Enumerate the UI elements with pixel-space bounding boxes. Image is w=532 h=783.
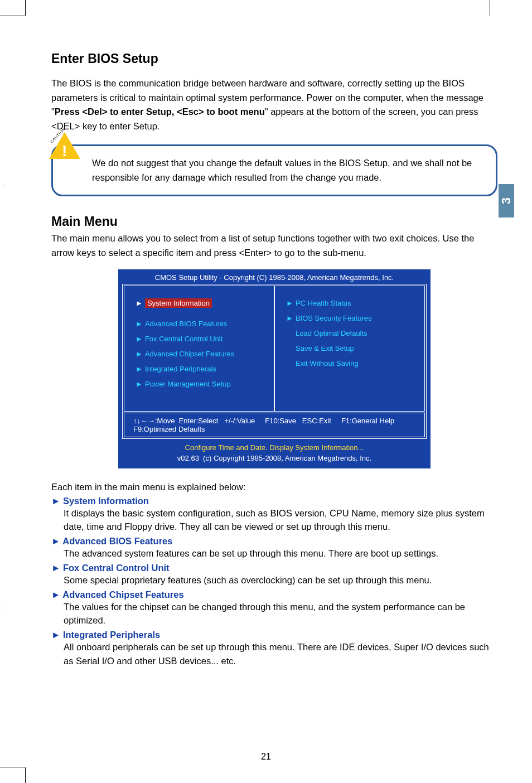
bios-menu-item: ►PC Health Status bbox=[284, 298, 415, 308]
bios-key-hints: ↑↓←→:Move Enter:Select +/-/:Value F9:Opt… bbox=[122, 413, 427, 439]
explain-body: All onboard peripherals can be set up th… bbox=[51, 640, 497, 668]
explain-item: ► Fox Central Control UnitSome special p… bbox=[51, 563, 497, 587]
bios-footer-hint: Configure Time and Date. Display System … bbox=[120, 439, 429, 453]
chapter-tab: 3 bbox=[499, 184, 514, 218]
section-title-main-menu: Main Menu bbox=[51, 214, 497, 229]
explain-item: ► Advanced BIOS FeaturesThe advanced sys… bbox=[51, 536, 497, 560]
stray-quote: " bbox=[2, 606, 5, 615]
bios-header: CMOS Setup Utility - Copyright (C) 1985-… bbox=[120, 271, 429, 284]
explain-header: ► Advanced Chipset Features bbox=[51, 589, 497, 600]
bios-screenshot: CMOS Setup Utility - Copyright (C) 1985-… bbox=[118, 269, 431, 468]
bios-menu-item: ►Advanced Chipset Features bbox=[133, 349, 265, 359]
explain-item: ► Advanced Chipset FeaturesThe values fo… bbox=[51, 589, 497, 628]
intro-paragraph: The BIOS is the communication bridge bet… bbox=[51, 76, 497, 133]
page-number: 21 bbox=[0, 752, 532, 762]
bios-menu-item: ►Fox Central Control Unit bbox=[133, 334, 265, 344]
stray-quote: " bbox=[2, 183, 5, 192]
bios-right-column: ►PC Health Status►BIOS Security Features… bbox=[275, 286, 424, 411]
bios-menu-item: ►System Information bbox=[133, 298, 214, 308]
section-title-enter-bios: Enter BIOS Setup bbox=[51, 51, 497, 66]
caution-text: We do not suggest that you change the de… bbox=[51, 144, 497, 196]
explain-body: The values for the chipset can be change… bbox=[51, 600, 497, 628]
bios-menu-item: Exit Without Saving bbox=[284, 359, 415, 368]
bios-copyright: v02.63 (c) Copyright 1985-2008, American… bbox=[120, 453, 429, 467]
page-content: Enter BIOS Setup The BIOS is the communi… bbox=[51, 51, 497, 670]
explain-header: ► Advanced BIOS Features bbox=[51, 536, 497, 547]
explain-item: ► Integrated PeripheralsAll onboard peri… bbox=[51, 630, 497, 668]
bios-menu-item: ►Power Management Setup bbox=[133, 379, 265, 389]
main-menu-paragraph: The main menu allows you to select from … bbox=[51, 231, 497, 260]
bios-menu-item: Save & Exit Setup bbox=[284, 344, 415, 353]
bios-menu-item: ►Integrated Peripherals bbox=[133, 364, 265, 374]
bios-left-column: ►System Information►Advanced BIOS Featur… bbox=[124, 286, 275, 411]
explain-body: It displays the basic system configurati… bbox=[51, 506, 497, 534]
bios-menu-item: Load Optimal Defaults bbox=[284, 328, 415, 338]
bios-menu-item: ►BIOS Security Features bbox=[284, 313, 415, 323]
explain-header: ► Integrated Peripherals bbox=[51, 630, 497, 640]
exclaim-icon: ! bbox=[62, 142, 67, 160]
explain-body: The advanced system features can be set … bbox=[51, 547, 497, 560]
explain-intro: Each item in the main menu is explained … bbox=[51, 482, 497, 492]
explain-header: ► Fox Central Control Unit bbox=[51, 563, 497, 573]
explain-body: Some special proprietary features (such … bbox=[51, 573, 497, 587]
bios-menu-item: ►Advanced BIOS Features bbox=[133, 319, 265, 328]
caution-box: CAUTION ! We do not suggest that you cha… bbox=[51, 144, 497, 196]
explain-item: ► System InformationIt displays the basi… bbox=[51, 496, 497, 534]
explain-header: ► System Information bbox=[51, 496, 497, 506]
